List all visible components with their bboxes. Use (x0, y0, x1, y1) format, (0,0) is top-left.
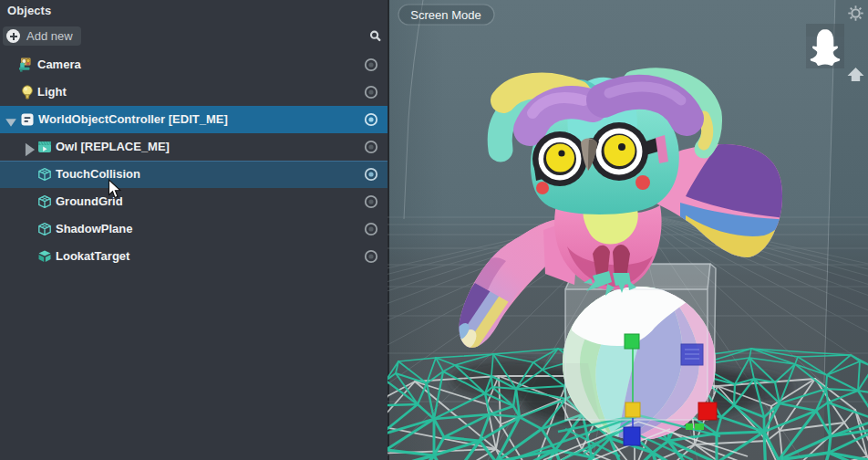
svg-text:Screen Mode: Screen Mode (410, 8, 480, 22)
